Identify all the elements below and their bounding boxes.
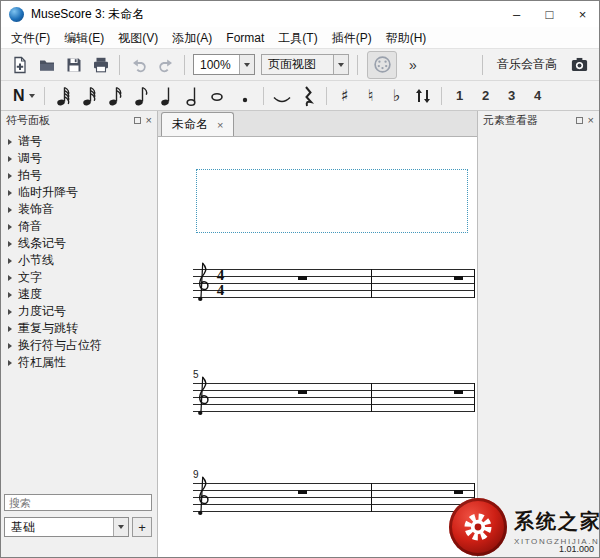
palette-item[interactable]: 小节线 <box>1 252 157 269</box>
menu-item[interactable]: 编辑(E) <box>57 27 111 49</box>
palette-item[interactable]: 装饰音 <box>1 201 157 218</box>
close-tab-icon[interactable]: × <box>217 119 223 131</box>
expand-arrow-icon <box>8 224 12 230</box>
palette-item[interactable]: 重复与跳转 <box>1 320 157 337</box>
voice-2-button[interactable]: 2 <box>474 85 498 107</box>
watermark-title: 系统之家 <box>514 508 600 535</box>
palette-item[interactable]: 拍号 <box>1 167 157 184</box>
augmentation-dot-button[interactable] <box>232 84 258 108</box>
concert-pitch-button[interactable]: 音乐会音高 <box>488 56 566 73</box>
chevron-down-icon[interactable] <box>29 94 35 98</box>
voice-4-button[interactable]: 4 <box>526 85 550 107</box>
whole-rest[interactable] <box>454 390 463 394</box>
gear-icon <box>461 510 495 544</box>
flip-direction-button[interactable] <box>410 84 436 108</box>
staff-line <box>193 490 474 491</box>
close-panel-icon[interactable]: × <box>588 115 594 126</box>
voice-1-button[interactable]: 1 <box>448 85 472 107</box>
whole-rest[interactable] <box>454 276 463 280</box>
voice-3-button[interactable]: 3 <box>500 85 524 107</box>
palette-item[interactable]: 换行符与占位符 <box>1 337 157 354</box>
whole-rest[interactable] <box>298 276 307 280</box>
menu-item[interactable]: Format <box>219 27 271 49</box>
natural-icon: ♮ <box>368 88 374 104</box>
zoom-value: 100% <box>194 58 237 72</box>
note-whole-button[interactable] <box>206 84 232 108</box>
chevron-down-icon[interactable] <box>333 55 348 74</box>
palette-item[interactable]: 临时升降号 <box>1 184 157 201</box>
palette-item-label: 小节线 <box>18 252 54 269</box>
redo-button[interactable] <box>152 52 179 78</box>
workspace-select[interactable]: 基础 <box>4 517 129 537</box>
undock-panel-icon[interactable] <box>134 117 141 124</box>
undock-panel-icon[interactable] <box>576 117 583 124</box>
playback-position: 1.01.000 <box>559 544 594 554</box>
whole-rest[interactable] <box>454 490 463 494</box>
save-button[interactable] <box>60 52 87 78</box>
palette-item[interactable]: 倚音 <box>1 218 157 235</box>
print-button[interactable] <box>87 52 114 78</box>
maximize-button[interactable]: □ <box>533 1 566 27</box>
palette-item[interactable]: 调号 <box>1 150 157 167</box>
musescore-window: MuseScore 3: 未命名 – □ × 文件(F)编辑(E)视图(V)添加… <box>0 0 600 558</box>
midi-connector-icon <box>373 55 392 74</box>
undo-button[interactable] <box>125 52 152 78</box>
midi-input-button[interactable] <box>367 51 397 79</box>
chevron-down-icon[interactable] <box>239 55 254 74</box>
musescore-logo-icon <box>9 7 24 22</box>
palette-item[interactable]: 文字 <box>1 269 157 286</box>
palette-item[interactable]: 力度记号 <box>1 303 157 320</box>
menu-item[interactable]: 工具(T) <box>271 27 324 49</box>
palette-item[interactable]: 谱号 <box>1 133 157 150</box>
open-file-button[interactable] <box>33 52 60 78</box>
add-workspace-button[interactable]: + <box>132 517 152 537</box>
note-16th-button[interactable] <box>102 84 128 108</box>
note-quarter-button[interactable] <box>154 84 180 108</box>
toolbar-overflow-button[interactable]: » <box>401 57 425 73</box>
new-score-button[interactable] <box>6 52 33 78</box>
zoom-select[interactable]: 100% <box>193 54 255 75</box>
rest-button[interactable] <box>295 84 321 108</box>
treble-clef[interactable] <box>195 475 210 522</box>
palette-search-input[interactable] <box>4 494 152 511</box>
palette-item-label: 调号 <box>18 150 42 167</box>
menu-item[interactable]: 插件(P) <box>325 27 379 49</box>
score-canvas[interactable]: 4459 <box>158 137 477 557</box>
natural-button[interactable]: ♮ <box>358 84 384 108</box>
chevron-down-icon[interactable] <box>113 518 128 536</box>
print-icon <box>92 56 110 74</box>
palette-item[interactable]: 速度 <box>1 286 157 303</box>
score-tab[interactable]: 未命名 × <box>161 112 234 136</box>
barline <box>474 383 475 412</box>
palette-item-label: 装饰音 <box>18 201 54 218</box>
sharp-button[interactable]: ♯ <box>332 84 358 108</box>
menu-item[interactable]: 视图(V) <box>111 27 165 49</box>
title-bar: MuseScore 3: 未命名 – □ × <box>1 1 599 27</box>
note-32nd-button[interactable] <box>76 84 102 108</box>
note-input-mode-button[interactable]: N <box>9 87 39 105</box>
title-frame[interactable] <box>196 169 468 233</box>
tie-button[interactable] <box>269 84 295 108</box>
treble-clef[interactable] <box>195 375 210 422</box>
whole-rest[interactable] <box>298 490 307 494</box>
note-64th-button[interactable] <box>50 84 76 108</box>
whole-rest[interactable] <box>298 390 307 394</box>
close-button[interactable]: × <box>566 1 599 27</box>
treble-clef[interactable] <box>195 261 210 308</box>
time-signature[interactable]: 44 <box>214 268 227 297</box>
menu-item[interactable]: 添加(A) <box>165 27 219 49</box>
note-half-button[interactable] <box>180 84 206 108</box>
time-signature-top: 4 <box>214 268 227 283</box>
minimize-button[interactable]: – <box>500 1 533 27</box>
view-mode-select[interactable]: 页面视图 <box>261 54 349 75</box>
menu-item[interactable]: 帮助(H) <box>379 27 434 49</box>
menu-item[interactable]: 文件(F) <box>4 27 57 49</box>
note-8th-button[interactable] <box>128 84 154 108</box>
expand-arrow-icon <box>8 156 12 162</box>
camera-button[interactable] <box>566 52 593 78</box>
flat-button[interactable]: ♭ <box>384 84 410 108</box>
palette-item[interactable]: 线条记号 <box>1 235 157 252</box>
palette-item[interactable]: 符杠属性 <box>1 354 157 371</box>
palette-panel-header: 符号面板 × <box>1 111 157 129</box>
close-panel-icon[interactable]: × <box>146 115 152 126</box>
